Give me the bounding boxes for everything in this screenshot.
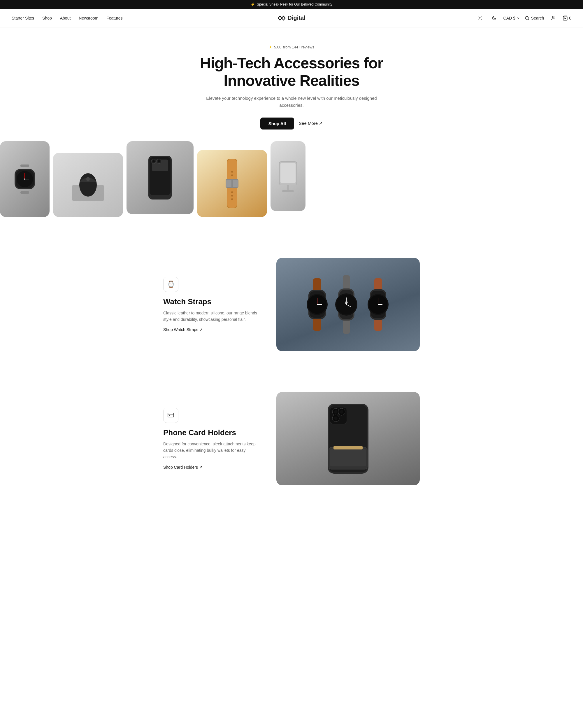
svg-point-81 [334,410,338,414]
search-icon [525,16,529,20]
account-button[interactable] [549,14,558,23]
cart-count: 0 [569,16,571,20]
currency-selector[interactable]: CAD $ [503,16,520,20]
gallery-row [0,141,583,229]
header-actions: CAD $ Search 0 [475,14,571,23]
hero-rating: ★ 5.00 from 144+ reviews [195,45,388,49]
bag-icon [563,16,568,21]
svg-rect-85 [330,449,366,466]
svg-point-41 [231,195,233,197]
gallery-item-watch[interactable] [0,141,50,217]
rating-score: 5.00 [274,45,281,49]
svg-point-9 [525,16,528,20]
search-label: Search [531,16,544,20]
rating-count: from 144+ reviews [283,45,314,49]
product-gallery [0,141,583,229]
watch-icon: ⌚ [167,281,175,288]
search-button[interactable]: Search [525,16,544,20]
nav-newsroom[interactable]: Newsroom [79,16,98,20]
nav-features[interactable]: Features [106,16,122,20]
logo-icon [278,15,286,21]
announcement-text: Special Sneak Peek for Our Beloved Commu… [257,2,332,6]
logo-text: Digital [287,15,305,21]
svg-rect-72 [168,413,174,417]
watch-image [0,141,50,217]
feature-watch-straps: ⌚ Watch Straps Classic leather to modern… [146,246,437,363]
hero-title: High-Tech Accessories for Innovative Rea… [195,55,388,89]
gallery-item-stand[interactable] [271,141,305,211]
gallery-item-strap[interactable] [197,150,267,217]
svg-line-4 [481,19,481,20]
announcement-bar: ⚡ Special Sneak Peek for Our Beloved Com… [0,0,583,9]
hero-subtitle: Elevate your technology experience to a … [195,95,388,109]
svg-point-83 [334,416,338,420]
svg-line-3 [478,16,479,17]
svg-point-0 [479,17,481,19]
watch-straps-title: Watch Straps [163,297,259,306]
phone-holders-desc: Designed for convenience, sleek attachme… [163,441,259,460]
svg-point-39 [231,175,233,176]
phone-holders-title: Phone Card Holders [163,428,259,437]
watch-straps-image: 12 [276,258,420,351]
phone-case-svg [319,401,377,476]
shop-all-button[interactable]: Shop All [260,118,294,130]
svg-point-11 [552,16,554,18]
dark-mode-button[interactable] [490,14,499,23]
card-icon [168,412,174,419]
watches-svg: 12 [301,272,395,337]
feature-phone-holders: Phone Card Holders Designed for convenie… [146,380,437,497]
mouse-image [53,153,123,217]
phone-holders-image [276,392,420,485]
svg-rect-44 [280,163,296,183]
svg-rect-13 [20,164,29,167]
gallery-item-phone-case[interactable] [127,141,194,214]
hero-section: ★ 5.00 from 144+ reviews High-Tech Acces… [190,27,393,141]
hero-cta-group: Shop All See More ↗ [195,118,388,130]
svg-line-10 [528,19,529,20]
svg-point-24 [86,177,90,181]
cart-button[interactable]: 0 [563,16,571,21]
chevron-down-icon [517,16,520,20]
star-icon: ★ [269,45,272,49]
phone-case-image [127,141,194,214]
watch-straps-icon-box: ⌚ [163,277,178,292]
svg-line-8 [481,16,481,17]
light-mode-button[interactable] [475,14,485,23]
watch-straps-desc: Classic leather to modern silicone, our … [163,310,259,323]
nav-about[interactable]: About [60,16,71,20]
svg-line-7 [478,19,479,20]
strap-image [197,150,267,217]
site-logo[interactable]: Digital [278,15,305,21]
feature-phone-holders-text: Phone Card Holders Designed for convenie… [163,408,259,470]
nav-starter-sites[interactable]: Starter Sites [12,16,34,20]
user-icon [551,16,556,21]
svg-rect-14 [20,191,29,194]
feature-watch-straps-text: ⌚ Watch Straps Classic leather to modern… [163,277,259,332]
feature-sections: ⌚ Watch Straps Classic leather to modern… [0,229,583,532]
shop-card-holders-link[interactable]: Shop Card Holders ↗ [163,465,259,470]
phone-card-icon-box [163,408,178,423]
svg-point-38 [231,171,233,173]
header: Starter Sites Shop About Newsroom Featur… [0,9,583,27]
svg-point-30 [152,160,155,162]
svg-point-42 [231,198,233,200]
svg-rect-32 [149,197,151,198]
nav-shop[interactable]: Shop [42,16,52,20]
shop-watch-straps-link[interactable]: Shop Watch Straps ↗ [163,327,259,332]
bolt-icon: ⚡ [251,2,255,6]
see-more-button[interactable]: See More ↗ [299,121,323,126]
svg-point-40 [231,191,233,193]
svg-point-20 [24,179,25,180]
svg-rect-86 [333,446,363,449]
stand-image [271,141,305,211]
currency-label: CAD $ [503,16,516,20]
gallery-item-mouse[interactable] [53,153,123,217]
main-nav: Starter Sites Shop About Newsroom Featur… [12,16,122,20]
svg-point-82 [340,410,343,414]
svg-rect-46 [282,190,294,192]
svg-point-31 [158,160,160,162]
